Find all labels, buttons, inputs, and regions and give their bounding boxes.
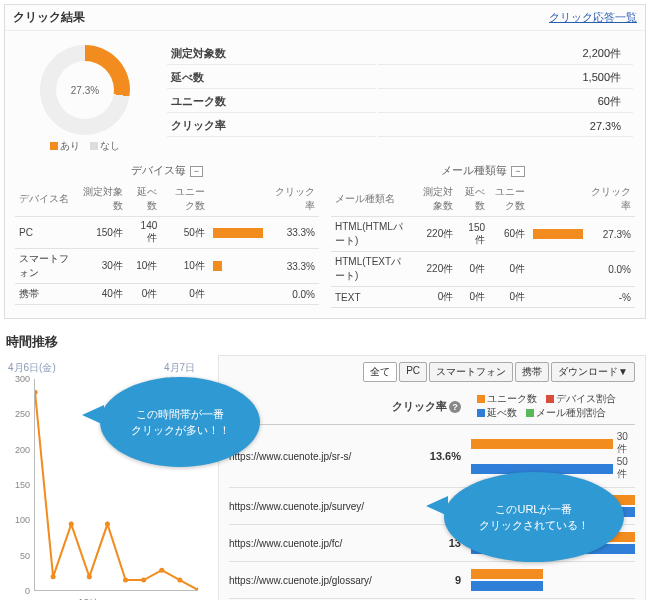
svg-point-0	[35, 390, 38, 395]
donut-value: 27.3%	[56, 61, 114, 119]
svg-point-6	[141, 578, 146, 583]
help-icon[interactable]: ?	[449, 401, 461, 413]
table-row: 携帯40件0件0件 0.0%	[15, 284, 319, 305]
mail-caption: メール種類毎−	[331, 161, 635, 182]
filter-chip[interactable]: スマートフォン	[429, 362, 513, 382]
table-row: HTML(HTMLパート)220件150件60件 27.3%	[331, 217, 635, 252]
filter-chip[interactable]: 全て	[363, 362, 397, 382]
link-click-response-list[interactable]: クリック応答一覧	[549, 10, 637, 25]
panel-header: クリック結果 クリック応答一覧	[5, 5, 645, 31]
svg-point-4	[105, 522, 110, 527]
svg-point-2	[69, 522, 74, 527]
filter-chip[interactable]: ダウンロード▼	[551, 362, 635, 382]
svg-point-7	[159, 568, 164, 573]
time-section-title: 時間推移	[6, 333, 644, 351]
summary-row: クリック率27.3%	[167, 115, 633, 137]
chart-date-1: 4月6日(金)	[8, 362, 56, 373]
svg-point-5	[123, 578, 128, 583]
device-table: デバイス名測定対象数延べ数ユニーク数クリック率 PC150件140件50件 33…	[15, 182, 319, 305]
url-row[interactable]: https://www.cuenote.jp/glossary/ 9	[229, 562, 635, 599]
filter-row: 全てPCスマートフォン携帯ダウンロード▼	[229, 362, 635, 382]
summary-row: ユニーク数60件	[167, 91, 633, 113]
rate-column-header: クリック率?	[389, 399, 461, 414]
svg-point-1	[51, 574, 56, 579]
summary-row: 延べ数1,500件	[167, 67, 633, 89]
donut-legend: あり なし	[15, 139, 155, 153]
callout-url: このURLが一番クリックされている！	[444, 472, 624, 562]
table-row: HTML(TEXTパート)220件0件0件 0.0%	[331, 252, 635, 287]
callout-time: この時間帯が一番クリックが多い！！	[100, 377, 260, 467]
svg-point-3	[87, 574, 92, 579]
donut-chart: 27.3% あり なし	[15, 41, 155, 153]
table-row: TEXT0件0件0件 -%	[331, 287, 635, 308]
svg-point-8	[177, 578, 182, 583]
summary-table: 測定対象数2,200件延べ数1,500件ユニーク数60件クリック率27.3%	[165, 41, 635, 139]
table-row: PC150件140件50件 33.3%	[15, 217, 319, 249]
url-pane: 全てPCスマートフォン携帯ダウンロード▼ URL クリック率? ユニーク数 デバ…	[218, 355, 646, 600]
collapse-mail-button[interactable]: −	[511, 166, 524, 177]
click-result-panel: クリック結果 クリック応答一覧 27.3% あり なし 測定対象数2,200件延…	[4, 4, 646, 319]
device-caption: デバイス毎−	[15, 161, 319, 182]
collapse-device-button[interactable]: −	[190, 166, 203, 177]
filter-chip[interactable]: 携帯	[515, 362, 549, 382]
panel-title: クリック結果	[13, 9, 85, 26]
url-legend: ユニーク数 デバイス割合 延べ数 メール種別割合	[461, 392, 635, 420]
filter-chip[interactable]: PC	[399, 362, 427, 382]
summary-row: 測定対象数2,200件	[167, 43, 633, 65]
table-row: スマートフォン30件10件10件 33.3%	[15, 249, 319, 284]
mail-table: メール種類名測定対象数延べ数ユニーク数クリック率 HTML(HTMLパート)22…	[331, 182, 635, 308]
